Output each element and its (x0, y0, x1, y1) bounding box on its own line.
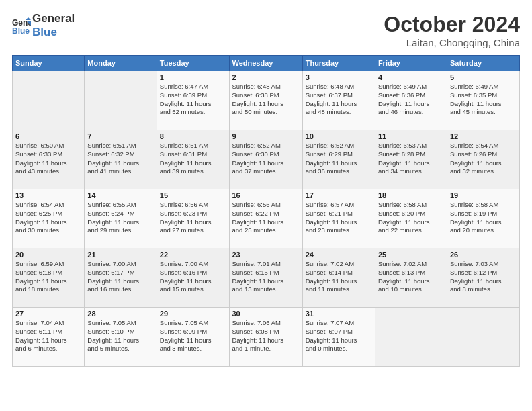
day-number: 10 (306, 132, 372, 140)
day-number: 25 (378, 250, 444, 259)
title-area: October 2024 Laitan, Chongqing, China (384, 12, 520, 48)
day-number: 1 (160, 73, 226, 81)
day-cell: 12Sunrise: 6:54 AM Sunset: 6:26 PM Dayli… (447, 130, 519, 189)
day-cell: 30Sunrise: 7:06 AM Sunset: 6:08 PM Dayli… (229, 308, 302, 367)
day-number: 24 (306, 250, 372, 259)
day-number: 7 (87, 132, 153, 140)
day-number: 20 (15, 250, 81, 259)
day-cell: 27Sunrise: 7:04 AM Sunset: 6:11 PM Dayli… (13, 308, 85, 367)
day-info: Sunrise: 6:52 AM Sunset: 6:30 PM Dayligh… (232, 142, 300, 176)
day-number: 14 (87, 191, 153, 199)
day-cell: 29Sunrise: 7:05 AM Sunset: 6:09 PM Dayli… (157, 308, 229, 367)
day-number: 30 (232, 310, 300, 318)
weekday-wednesday: Wednesday (229, 56, 302, 71)
day-cell: 28Sunrise: 7:05 AM Sunset: 6:10 PM Dayli… (85, 308, 157, 367)
day-info: Sunrise: 7:05 AM Sunset: 6:10 PM Dayligh… (87, 319, 153, 353)
day-cell: 8Sunrise: 6:51 AM Sunset: 6:31 PM Daylig… (157, 130, 229, 189)
day-number: 18 (378, 191, 444, 199)
day-number: 28 (87, 310, 153, 318)
day-info: Sunrise: 6:51 AM Sunset: 6:32 PM Dayligh… (87, 142, 153, 176)
weekday-sunday: Sunday (13, 56, 85, 71)
day-cell (447, 308, 519, 367)
weekday-header-row: SundayMondayTuesdayWednesdayThursdayFrid… (13, 56, 520, 71)
location-title: Laitan, Chongqing, China (384, 37, 520, 48)
weekday-thursday: Thursday (302, 56, 375, 71)
day-number: 2 (232, 73, 300, 81)
day-info: Sunrise: 6:54 AM Sunset: 6:26 PM Dayligh… (450, 142, 517, 176)
day-cell: 9Sunrise: 6:52 AM Sunset: 6:30 PM Daylig… (229, 130, 302, 189)
month-title: October 2024 (384, 12, 520, 37)
weekday-friday: Friday (375, 56, 447, 71)
day-info: Sunrise: 6:47 AM Sunset: 6:39 PM Dayligh… (160, 83, 226, 117)
day-info: Sunrise: 7:05 AM Sunset: 6:09 PM Dayligh… (160, 319, 226, 353)
day-info: Sunrise: 6:56 AM Sunset: 6:23 PM Dayligh… (160, 201, 226, 235)
day-number: 29 (160, 310, 226, 318)
day-number: 15 (160, 191, 226, 199)
day-cell: 26Sunrise: 7:03 AM Sunset: 6:12 PM Dayli… (447, 248, 519, 308)
day-number: 22 (160, 250, 226, 259)
day-cell: 5Sunrise: 6:49 AM Sunset: 6:35 PM Daylig… (447, 71, 519, 130)
day-info: Sunrise: 7:02 AM Sunset: 6:14 PM Dayligh… (306, 260, 372, 294)
day-cell: 3Sunrise: 6:48 AM Sunset: 6:37 PM Daylig… (302, 71, 375, 130)
day-number: 9 (232, 132, 300, 140)
day-info: Sunrise: 6:48 AM Sunset: 6:38 PM Dayligh… (232, 83, 300, 117)
day-number: 16 (232, 191, 300, 199)
day-cell: 22Sunrise: 7:00 AM Sunset: 6:16 PM Dayli… (157, 248, 229, 308)
day-cell: 19Sunrise: 6:58 AM Sunset: 6:19 PM Dayli… (447, 189, 519, 248)
day-info: Sunrise: 7:07 AM Sunset: 6:07 PM Dayligh… (306, 319, 372, 353)
day-info: Sunrise: 7:01 AM Sunset: 6:15 PM Dayligh… (232, 260, 300, 294)
day-info: Sunrise: 7:06 AM Sunset: 6:08 PM Dayligh… (232, 319, 300, 353)
day-cell: 24Sunrise: 7:02 AM Sunset: 6:14 PM Dayli… (302, 248, 375, 308)
day-cell: 18Sunrise: 6:58 AM Sunset: 6:20 PM Dayli… (375, 189, 447, 248)
day-cell (375, 308, 447, 367)
day-info: Sunrise: 6:56 AM Sunset: 6:22 PM Dayligh… (232, 201, 300, 235)
day-cell: 2Sunrise: 6:48 AM Sunset: 6:38 PM Daylig… (229, 71, 302, 130)
day-info: Sunrise: 6:49 AM Sunset: 6:35 PM Dayligh… (450, 83, 517, 117)
day-number: 13 (15, 191, 81, 199)
day-cell: 21Sunrise: 7:00 AM Sunset: 6:17 PM Dayli… (85, 248, 157, 308)
day-cell: 31Sunrise: 7:07 AM Sunset: 6:07 PM Dayli… (302, 308, 375, 367)
day-info: Sunrise: 7:00 AM Sunset: 6:16 PM Dayligh… (160, 260, 226, 294)
day-number: 12 (450, 132, 517, 140)
day-info: Sunrise: 7:04 AM Sunset: 6:11 PM Dayligh… (15, 319, 81, 353)
day-number: 3 (306, 73, 372, 81)
day-info: Sunrise: 6:53 AM Sunset: 6:28 PM Dayligh… (378, 142, 444, 176)
day-cell: 7Sunrise: 6:51 AM Sunset: 6:32 PM Daylig… (85, 130, 157, 189)
weekday-saturday: Saturday (447, 56, 519, 71)
day-cell: 25Sunrise: 7:02 AM Sunset: 6:13 PM Dayli… (375, 248, 447, 308)
week-row-4: 20Sunrise: 6:59 AM Sunset: 6:18 PM Dayli… (13, 248, 520, 308)
day-info: Sunrise: 6:59 AM Sunset: 6:18 PM Dayligh… (15, 260, 81, 294)
logo-general: General (32, 12, 75, 26)
day-info: Sunrise: 7:00 AM Sunset: 6:17 PM Dayligh… (87, 260, 153, 294)
day-cell (85, 71, 157, 130)
logo-blue: Blue (32, 26, 75, 39)
day-number: 31 (306, 310, 372, 318)
day-info: Sunrise: 6:55 AM Sunset: 6:24 PM Dayligh… (87, 201, 153, 235)
calendar-page: General Blue General Blue October 2024 L… (0, 0, 532, 411)
day-number: 27 (15, 310, 81, 318)
day-cell: 14Sunrise: 6:55 AM Sunset: 6:24 PM Dayli… (85, 189, 157, 248)
day-number: 23 (232, 250, 300, 259)
weekday-monday: Monday (85, 56, 157, 71)
day-cell: 1Sunrise: 6:47 AM Sunset: 6:39 PM Daylig… (157, 71, 229, 130)
day-cell: 13Sunrise: 6:54 AM Sunset: 6:25 PM Dayli… (13, 189, 85, 248)
week-row-3: 13Sunrise: 6:54 AM Sunset: 6:25 PM Dayli… (13, 189, 520, 248)
header: General Blue General Blue October 2024 L… (12, 12, 520, 48)
day-info: Sunrise: 6:58 AM Sunset: 6:19 PM Dayligh… (450, 201, 517, 235)
day-cell: 17Sunrise: 6:57 AM Sunset: 6:21 PM Dayli… (302, 189, 375, 248)
day-cell (13, 71, 85, 130)
day-cell: 6Sunrise: 6:50 AM Sunset: 6:33 PM Daylig… (13, 130, 85, 189)
calendar-table: SundayMondayTuesdayWednesdayThursdayFrid… (12, 55, 520, 367)
day-number: 19 (450, 191, 517, 199)
logo-icon: General Blue (12, 16, 31, 35)
day-info: Sunrise: 6:50 AM Sunset: 6:33 PM Dayligh… (15, 142, 81, 176)
day-number: 5 (450, 73, 517, 81)
day-info: Sunrise: 6:51 AM Sunset: 6:31 PM Dayligh… (160, 142, 226, 176)
weekday-tuesday: Tuesday (157, 56, 229, 71)
day-number: 8 (160, 132, 226, 140)
day-info: Sunrise: 6:48 AM Sunset: 6:37 PM Dayligh… (306, 83, 372, 117)
logo: General Blue General Blue (12, 12, 75, 38)
week-row-2: 6Sunrise: 6:50 AM Sunset: 6:33 PM Daylig… (13, 130, 520, 189)
day-cell: 16Sunrise: 6:56 AM Sunset: 6:22 PM Dayli… (229, 189, 302, 248)
week-row-5: 27Sunrise: 7:04 AM Sunset: 6:11 PM Dayli… (13, 308, 520, 367)
